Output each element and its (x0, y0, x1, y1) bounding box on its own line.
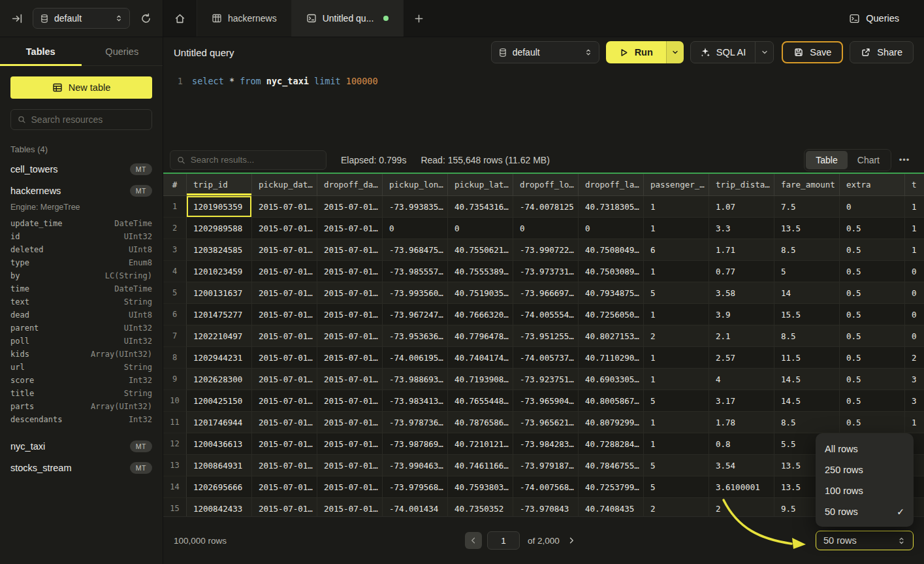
cell[interactable]: 5 (644, 282, 709, 304)
cell[interactable]: 4 (709, 369, 774, 390)
column-header[interactable]: passenger_… (644, 174, 709, 196)
cell[interactable]: 0 (905, 304, 924, 325)
cell[interactable]: 2015-07-01… (252, 455, 317, 476)
cell[interactable]: 8.5 (774, 325, 840, 347)
cell[interactable]: -73.983413… (383, 390, 448, 412)
cell[interactable]: 1 (905, 239, 924, 261)
cell[interactable]: -73.967247… (383, 304, 448, 325)
cell[interactable]: 40.7846755… (579, 455, 644, 476)
cell[interactable]: 2015-07-01… (252, 498, 317, 516)
sidebar-table-nyc-taxi[interactable]: nyc_taxi MT (0, 435, 163, 457)
cell[interactable]: -74.001434 (383, 498, 448, 516)
new-tab-button[interactable] (404, 0, 434, 37)
run-options-button[interactable] (666, 41, 684, 63)
cell[interactable]: 2015-07-01… (317, 498, 383, 516)
cell[interactable]: 2015-07-01… (252, 325, 317, 347)
cell[interactable]: 2015-07-01… (252, 347, 317, 369)
cell[interactable]: 1 (644, 369, 709, 390)
page-number-input[interactable] (487, 531, 520, 550)
cell[interactable]: 0 (579, 218, 644, 239)
column-header[interactable]: dropoff_da… (317, 174, 383, 196)
cell[interactable]: 0.5 (840, 325, 905, 347)
cell[interactable]: 3.3 (709, 218, 774, 239)
cell[interactable]: -73.987869… (383, 433, 448, 455)
cell[interactable]: 0.5 (840, 412, 905, 433)
cell[interactable]: 40.8005867… (579, 390, 644, 412)
cell[interactable]: 1.71 (709, 239, 774, 261)
cell[interactable]: 5 (644, 390, 709, 412)
cell[interactable]: 2015-07-01… (317, 476, 383, 498)
results-more-button[interactable]: ••• (895, 151, 914, 169)
cell[interactable]: 14.5 (774, 369, 840, 390)
cell[interactable]: 3 (905, 369, 924, 390)
cell[interactable]: 14 (774, 282, 840, 304)
results-search-input[interactable] (191, 155, 319, 165)
cell[interactable]: 0.77 (709, 261, 774, 282)
cell[interactable]: 1200864931 (187, 455, 252, 476)
column-header[interactable]: pickup_lon… (383, 174, 448, 196)
cell[interactable]: 0.5 (840, 218, 905, 239)
cell[interactable]: 15.5 (774, 304, 840, 325)
cell[interactable]: -73.966697… (513, 282, 579, 304)
cell[interactable]: 2015-07-01… (252, 304, 317, 325)
share-button[interactable]: Share (850, 41, 914, 63)
query-database-selector[interactable]: default (491, 41, 599, 63)
cell[interactable]: 2015-07-01… (317, 412, 383, 433)
cell[interactable]: 40.8079299… (579, 412, 644, 433)
sql-ai-options-button[interactable] (755, 42, 773, 63)
cell[interactable]: 2015-07-01… (317, 218, 383, 239)
cell[interactable]: 40.7555389… (448, 261, 513, 282)
cell[interactable]: 0 (840, 196, 905, 218)
cell[interactable]: 0.5 (840, 369, 905, 390)
cell[interactable]: 40.6903305… (579, 369, 644, 390)
cell[interactable]: 1 (644, 412, 709, 433)
cell[interactable]: 3.9 (709, 304, 774, 325)
cell[interactable]: 40.7461166… (448, 455, 513, 476)
results-search[interactable] (170, 150, 327, 170)
cell[interactable]: -74.005737… (513, 347, 579, 369)
cell[interactable]: 40.7110290… (579, 347, 644, 369)
cell[interactable]: 7.5 (774, 196, 840, 218)
cell[interactable]: 2015-07-01… (317, 369, 383, 390)
cell[interactable]: 0 (905, 282, 924, 304)
cell[interactable]: 2015-07-01… (252, 282, 317, 304)
cell[interactable]: 2015-07-01… (317, 239, 383, 261)
run-button[interactable]: Run (606, 41, 666, 63)
collapse-sidebar-button[interactable] (8, 9, 26, 27)
cell[interactable]: 1.07 (709, 196, 774, 218)
cell[interactable]: 40.7253799… (579, 476, 644, 498)
cell[interactable]: 0 (905, 325, 924, 347)
cell[interactable]: -73.978736… (383, 412, 448, 433)
sql-ai-button[interactable]: SQL AI (691, 42, 755, 63)
cell[interactable]: 40.7318305… (579, 196, 644, 218)
cell[interactable]: 3.54 (709, 455, 774, 476)
save-button[interactable]: Save (782, 41, 843, 63)
cell[interactable]: 0.5 (840, 390, 905, 412)
cell[interactable]: 1 (644, 304, 709, 325)
page-size-option[interactable]: 100 rows (816, 480, 914, 501)
cell[interactable]: -73.990463… (383, 455, 448, 476)
cell[interactable]: -73.990722… (513, 239, 579, 261)
cell[interactable]: 40.7256050… (579, 304, 644, 325)
prev-page-button[interactable] (465, 532, 482, 549)
cell[interactable]: 1202628300 (187, 369, 252, 390)
cell[interactable]: 2 (709, 498, 774, 516)
cell[interactable]: 1202944231 (187, 347, 252, 369)
cell[interactable]: 3.17 (709, 390, 774, 412)
cell[interactable]: 40.7796478… (448, 325, 513, 347)
cell[interactable]: 2015-07-01… (317, 261, 383, 282)
cell[interactable]: 1200436613 (187, 433, 252, 455)
cell[interactable]: 6 (644, 239, 709, 261)
sidebar-search-input[interactable] (31, 114, 145, 125)
cell[interactable]: 1 (905, 412, 924, 433)
sidebar-table-stocks-stream[interactable]: stocks_stream MT (0, 457, 163, 478)
cell[interactable]: 40.7404174… (448, 347, 513, 369)
cell[interactable]: 2 (644, 498, 709, 516)
cell[interactable]: -73.968475… (383, 239, 448, 261)
cell[interactable]: 40.7350352 (448, 498, 513, 516)
cell[interactable]: 8.5 (774, 239, 840, 261)
sidebar-tab-tables[interactable]: Tables (0, 37, 82, 65)
cell[interactable]: 1 (644, 347, 709, 369)
cell[interactable]: 2015-07-01… (317, 196, 383, 218)
cell[interactable]: -73.953636… (383, 325, 448, 347)
